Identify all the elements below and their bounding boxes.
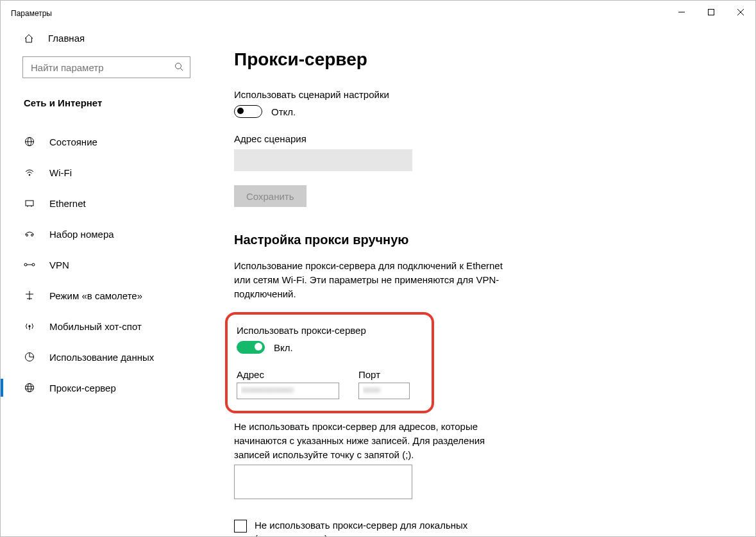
use-proxy-toggle-label: Вкл. (274, 342, 293, 353)
sidebar-item-label: Набор номера (49, 229, 114, 240)
script-address-input[interactable] (234, 149, 412, 171)
hotspot-icon (24, 321, 35, 331)
local-exception-checkbox[interactable] (234, 520, 247, 533)
setup-script-caption: Использовать сценарий настройки (234, 89, 717, 100)
sidebar-item-ethernet[interactable]: Ethernet (1, 188, 212, 219)
proxy-icon (24, 383, 35, 393)
sidebar-home[interactable]: Главная (1, 24, 212, 53)
sidebar-item-label: Ethernet (49, 198, 86, 209)
sidebar-item-data-usage[interactable]: Использование данных (1, 342, 212, 372)
exceptions-description: Не использовать прокси-сервер для адресо… (234, 420, 523, 461)
sidebar-item-hotspot[interactable]: Мобильный хот-спот (1, 311, 212, 342)
sidebar-item-label: Wi-Fi (49, 167, 72, 178)
sidebar-nav: Состояние Wi-Fi Ethernet Набор номера VP… (1, 115, 212, 403)
airplane-icon (24, 290, 35, 301)
dialup-icon (24, 229, 35, 239)
data-usage-icon (24, 352, 35, 362)
manual-heading: Настройка прокси вручную (234, 233, 717, 247)
search-input-wrapper[interactable] (22, 56, 190, 78)
home-icon (24, 33, 34, 44)
svg-point-18 (29, 326, 30, 327)
sidebar-item-vpn[interactable]: VPN (1, 249, 212, 280)
svg-point-4 (176, 63, 181, 69)
proxy-address-input[interactable] (237, 383, 339, 399)
use-proxy-toggle[interactable] (237, 341, 265, 354)
sidebar-item-label: Прокси-сервер (49, 383, 116, 393)
sidebar-item-proxy[interactable]: Прокси-сервер (1, 372, 212, 403)
minimize-button[interactable] (667, 2, 696, 22)
use-proxy-caption: Использовать прокси-сервер (237, 325, 420, 336)
titlebar: Параметры (1, 1, 755, 24)
globe-icon (24, 136, 35, 147)
sidebar-item-label: Режим «в самолете» (49, 290, 142, 301)
script-address-label: Адрес сценария (234, 133, 717, 144)
svg-point-14 (31, 235, 33, 236)
sidebar-item-airplane[interactable]: Режим «в самолете» (1, 280, 212, 311)
svg-point-13 (26, 235, 28, 236)
save-button[interactable]: Сохранить (234, 185, 307, 207)
maximize-button[interactable] (696, 2, 726, 22)
port-label: Порт (358, 369, 410, 380)
svg-point-16 (32, 263, 35, 266)
exceptions-input[interactable] (234, 465, 412, 499)
page-title: Прокси-сервер (234, 49, 717, 70)
window-title: Параметры (11, 6, 52, 18)
wifi-icon (24, 167, 35, 178)
setup-script-toggle-label: Откл. (271, 106, 296, 117)
svg-line-5 (180, 68, 183, 70)
sidebar-home-label: Главная (48, 33, 85, 44)
sidebar-item-label: Использование данных (49, 352, 154, 363)
svg-rect-1 (709, 10, 714, 15)
highlight-annotation: Использовать прокси-сервер Вкл. Адрес По… (225, 312, 434, 413)
address-label: Адрес (237, 369, 339, 380)
search-icon (174, 62, 185, 73)
main-content: Прокси-сервер Использовать сценарий наст… (212, 24, 755, 536)
vpn-icon (24, 260, 35, 269)
svg-rect-10 (26, 201, 33, 206)
close-button[interactable] (726, 2, 755, 22)
search-input[interactable] (29, 62, 174, 74)
window-controls (667, 2, 755, 22)
svg-point-15 (24, 263, 27, 266)
sidebar-item-label: Состояние (49, 136, 97, 147)
sidebar-item-dialup[interactable]: Набор номера (1, 219, 212, 249)
sidebar-section-header: Сеть и Интернет (1, 88, 212, 115)
setup-script-toggle[interactable] (234, 105, 262, 118)
sidebar-item-wifi[interactable]: Wi-Fi (1, 157, 212, 188)
proxy-port-input[interactable] (358, 383, 410, 399)
sidebar-item-label: VPN (49, 260, 69, 270)
sidebar-item-status[interactable]: Состояние (1, 126, 212, 157)
ethernet-icon (24, 198, 35, 208)
local-exception-label: Не использовать прокси-сервер для локаль… (255, 518, 503, 537)
svg-point-22 (28, 384, 31, 392)
manual-description: Использование прокси-сервера для подключ… (234, 259, 516, 301)
svg-point-9 (29, 174, 30, 176)
sidebar: Главная Сеть и Интернет Состояние Wi-Fi … (1, 24, 212, 536)
svg-point-21 (26, 384, 34, 392)
sidebar-item-label: Мобильный хот-спот (49, 321, 142, 332)
